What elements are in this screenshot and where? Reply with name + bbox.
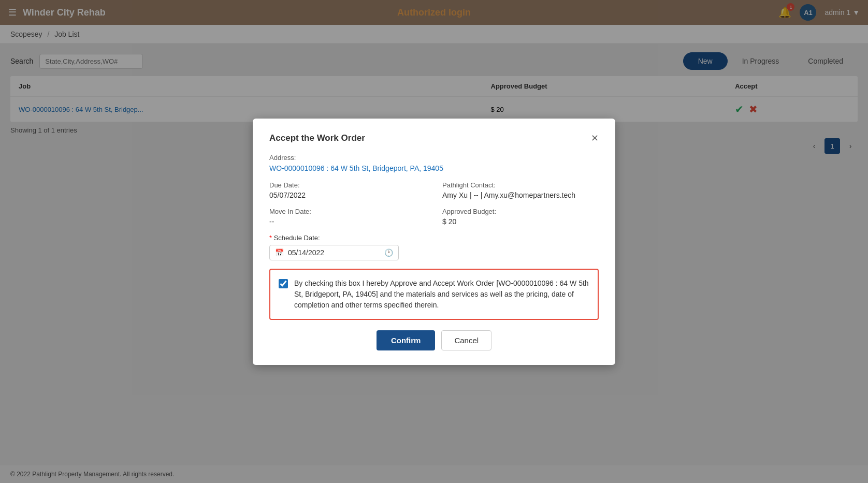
agreement-text: By checking this box I hereby Approve an…: [294, 278, 589, 311]
pathlight-contact-label: Pathlight Contact:: [442, 181, 599, 189]
agreement-row: By checking this box I hereby Approve an…: [279, 278, 589, 311]
cancel-button[interactable]: Cancel: [441, 330, 491, 350]
approved-budget-value: $ 20: [442, 217, 599, 226]
modal-overlay: Accept the Work Order ✕ Address: WO-0000…: [0, 0, 868, 483]
required-asterisk: *: [269, 234, 272, 242]
address-link[interactable]: WO-0000010096 : 64 W 5th St, Bridgeport,…: [269, 164, 443, 172]
modal-close-button[interactable]: ✕: [591, 134, 599, 143]
modal-title: Accept the Work Order: [269, 133, 365, 143]
confirm-button[interactable]: Confirm: [377, 330, 436, 350]
due-date-field: Due Date: 05/07/2022: [269, 181, 426, 199]
modal-actions: Confirm Cancel: [269, 330, 599, 350]
agreement-box: By checking this box I hereby Approve an…: [269, 269, 599, 320]
move-in-date-label: Move In Date:: [269, 208, 426, 215]
move-in-date-value: --: [269, 217, 426, 226]
due-date-label: Due Date:: [269, 181, 426, 189]
clock-icon: 🕐: [384, 248, 393, 257]
modal-grid: Due Date: 05/07/2022 Pathlight Contact: …: [269, 181, 599, 226]
address-label: Address:: [269, 154, 599, 162]
pathlight-contact-value: Amy Xu | -- | Amy.xu@homepartners.tech: [442, 191, 599, 199]
modal-address-section: Address: WO-0000010096 : 64 W 5th St, Br…: [269, 154, 599, 173]
agreement-checkbox[interactable]: [279, 279, 288, 288]
pathlight-contact-field: Pathlight Contact: Amy Xu | -- | Amy.xu@…: [442, 181, 599, 199]
modal: Accept the Work Order ✕ Address: WO-0000…: [253, 119, 615, 365]
schedule-date-value: 05/14/2022: [288, 248, 384, 257]
modal-header: Accept the Work Order ✕: [269, 133, 599, 143]
due-date-value: 05/07/2022: [269, 191, 426, 199]
schedule-date-row: * Schedule Date: 📅 05/14/2022 🕐: [269, 234, 599, 260]
approved-budget-field: Approved Budget: $ 20: [442, 208, 599, 226]
move-in-date-field: Move In Date: --: [269, 208, 426, 226]
schedule-date-label: * Schedule Date:: [269, 234, 599, 242]
approved-budget-label: Approved Budget:: [442, 208, 599, 215]
schedule-date-input[interactable]: 📅 05/14/2022 🕐: [269, 245, 399, 260]
calendar-icon: 📅: [275, 248, 284, 257]
